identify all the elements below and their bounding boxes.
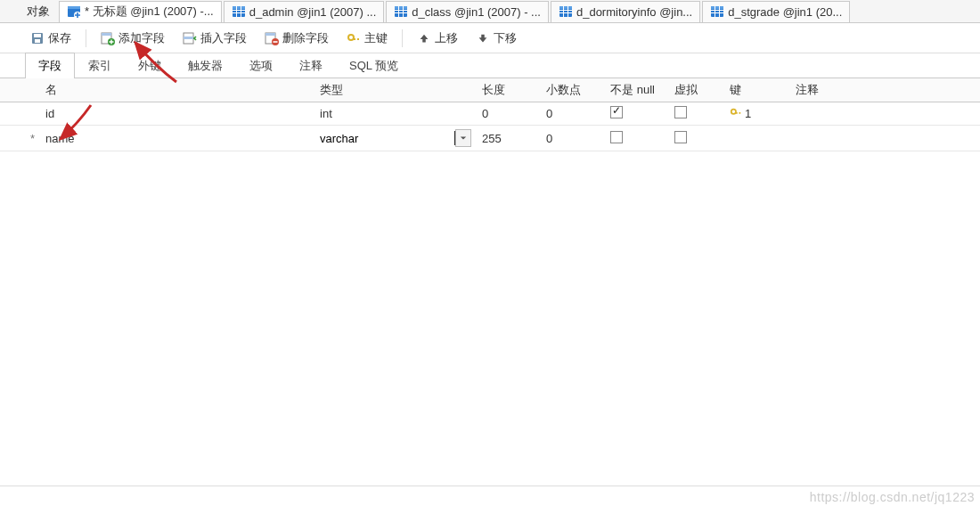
col-decimals-header[interactable]: 小数点	[541, 78, 605, 102]
cell-notnull[interactable]	[605, 102, 669, 126]
cell-length[interactable]: 255	[477, 126, 541, 151]
row-marker	[25, 102, 40, 126]
primary-key-button[interactable]: 主键	[341, 28, 393, 49]
separator	[86, 29, 86, 47]
fields-table: 名 类型 长度 小数点 不是 null 虚拟 键 注释 id int 0 0	[0, 78, 980, 151]
svg-rect-34	[184, 37, 193, 39]
cell-type[interactable]: int	[314, 102, 477, 126]
table-icon	[232, 4, 246, 19]
delete-field-icon	[265, 31, 279, 45]
save-button[interactable]: 保存	[25, 28, 77, 49]
tab-untitled[interactable]: * 无标题 @jin1 (2007) -...	[59, 1, 222, 22]
cell-name[interactable]: name	[40, 126, 314, 151]
move-down-button[interactable]: 下移	[470, 28, 522, 49]
svg-rect-39	[274, 41, 278, 43]
watermark: https://blog.csdn.net/jq1223	[810, 490, 975, 504]
insert-field-label: 插入字段	[200, 30, 247, 46]
svg-rect-13	[398, 6, 399, 17]
key-icon	[730, 106, 742, 121]
tab-d-class[interactable]: d_class @jin1 (2007) - ...	[386, 1, 549, 22]
tab-label: * 无标题 @jin1 (2007) -...	[85, 4, 214, 20]
separator	[402, 29, 403, 47]
type-dropdown-button[interactable]	[455, 129, 471, 147]
col-virtual-header[interactable]: 虚拟	[669, 78, 724, 102]
tab-fields[interactable]: 字段	[25, 53, 75, 78]
svg-rect-20	[568, 6, 568, 17]
move-up-label: 上移	[435, 30, 458, 46]
key-index: 1	[745, 107, 751, 120]
insert-field-button[interactable]: 插入字段	[177, 28, 252, 49]
checkbox-checked-icon	[610, 106, 623, 118]
insert-field-icon	[183, 31, 197, 45]
cell-name[interactable]: id	[40, 102, 314, 126]
save-icon	[30, 31, 45, 45]
type-input[interactable]	[320, 129, 453, 147]
col-length-header[interactable]: 长度	[477, 78, 541, 102]
checkbox-icon	[610, 131, 623, 143]
table-row[interactable]: id int 0 0 1	[0, 102, 980, 126]
add-field-button[interactable]: 添加字段	[95, 28, 170, 49]
tab-object[interactable]: 对象	[25, 1, 57, 22]
add-field-icon	[101, 31, 115, 45]
svg-rect-4	[233, 6, 245, 9]
cell-length[interactable]: 0	[477, 102, 541, 126]
chevron-down-icon	[460, 135, 467, 142]
newtable-icon	[67, 4, 81, 19]
tab-d-dormitoryinfo[interactable]: d_dormitoryinfo @jin...	[551, 1, 700, 22]
svg-rect-8	[241, 6, 241, 17]
tab-indexes[interactable]: 索引	[75, 53, 125, 78]
svg-rect-18	[559, 12, 572, 13]
tab-d-admin[interactable]: d_admin @jin1 (2007) ...	[224, 1, 385, 22]
divider	[0, 486, 980, 486]
col-notnull-header[interactable]: 不是 null	[605, 78, 669, 102]
move-up-button[interactable]: 上移	[412, 28, 463, 49]
cell-type[interactable]	[314, 126, 477, 151]
cell-virtual[interactable]	[669, 102, 724, 126]
arrow-down-icon	[476, 31, 490, 45]
cell-key[interactable]: 1	[724, 102, 790, 126]
key-icon	[347, 31, 361, 45]
cell-virtual[interactable]	[669, 126, 724, 151]
col-key-header[interactable]: 键	[724, 78, 790, 102]
tab-label: d_admin @jin1 (2007) ...	[249, 5, 377, 19]
delete-field-button[interactable]: 删除字段	[259, 28, 334, 49]
table-row[interactable]: * name 255 0	[0, 126, 980, 151]
connection-tab-bar: 对象 * 无标题 @jin1 (2007) -... d_admin @jin1…	[0, 0, 980, 23]
tab-comment[interactable]: 注释	[286, 53, 336, 78]
tab-options[interactable]: 选项	[236, 53, 286, 78]
primary-key-label: 主键	[364, 30, 388, 46]
svg-rect-24	[711, 12, 723, 13]
tab-d-stgrade[interactable]: d_stgrade @jin1 (20...	[702, 1, 850, 22]
svg-rect-28	[34, 34, 41, 37]
col-type-header[interactable]: 类型	[314, 78, 477, 102]
row-marker: *	[25, 126, 40, 151]
add-field-label: 添加字段	[118, 30, 165, 46]
cell-decimals[interactable]: 0	[541, 102, 605, 126]
col-name-header[interactable]: 名	[40, 78, 314, 102]
tab-triggers[interactable]: 触发器	[175, 53, 236, 78]
svg-rect-16	[559, 6, 572, 9]
svg-rect-1	[68, 6, 80, 9]
table-icon	[710, 4, 724, 19]
svg-rect-6	[233, 12, 245, 13]
fields-header: 名 类型 长度 小数点 不是 null 虚拟 键 注释	[0, 78, 980, 102]
cell-key[interactable]	[724, 126, 790, 151]
checkbox-icon	[674, 106, 687, 118]
col-comment-header[interactable]: 注释	[790, 78, 980, 102]
table-icon	[394, 4, 408, 19]
svg-rect-23	[711, 10, 723, 11]
cell-comment[interactable]	[790, 102, 980, 126]
cell-notnull[interactable]	[605, 126, 669, 151]
svg-rect-37	[265, 33, 275, 36]
svg-rect-22	[711, 6, 723, 9]
tab-label: d_dormitoryinfo @jin...	[576, 5, 692, 19]
tab-object-label: 对象	[27, 4, 50, 20]
tab-foreign-keys[interactable]: 外键	[125, 53, 175, 78]
svg-rect-14	[403, 6, 404, 17]
cell-decimals[interactable]: 0	[541, 126, 605, 151]
move-down-label: 下移	[494, 30, 517, 46]
tab-sql-preview[interactable]: SQL 预览	[336, 53, 412, 78]
arrow-up-icon	[417, 31, 431, 45]
svg-rect-29	[35, 39, 40, 43]
cell-comment[interactable]	[790, 126, 980, 151]
